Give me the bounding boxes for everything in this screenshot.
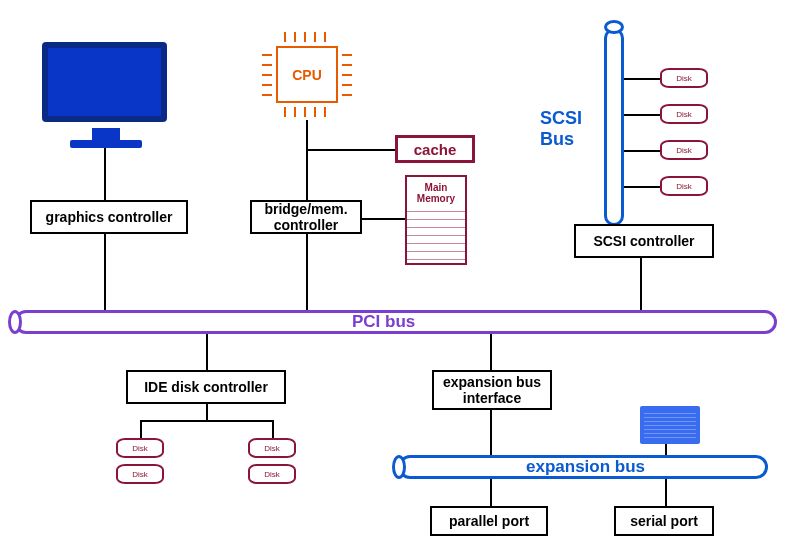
expansion-bus-interface-box: expansion bus interface [432,370,552,410]
bridge-mem-controller-box: bridge/mem. controller [250,200,362,234]
connector [665,479,667,507]
disk-icon: Disk [660,104,708,124]
connector [306,149,396,151]
connector [104,148,106,200]
disk-icon: Disk [660,176,708,196]
graphics-controller-box: graphics controller [30,200,188,234]
scsi-bus-icon [604,28,624,226]
connector [104,234,106,312]
connector [272,420,274,438]
connector [206,404,208,420]
parallel-port-box: parallel port [430,506,548,536]
connector [490,410,492,456]
connector [640,258,642,312]
connector [306,234,308,312]
connector [624,114,664,116]
monitor-icon [92,128,120,140]
scsi-bus-icon [604,20,624,34]
disk-icon: Disk [116,464,164,484]
scsi-bus-label: SCSI Bus [540,108,600,150]
expansion-bus-label: expansion bus [526,457,645,477]
connector [624,78,664,80]
cpu-label: CPU [276,46,338,103]
disk-icon: Disk [660,68,708,88]
disk-icon: Disk [248,464,296,484]
connector [624,150,664,152]
scsi-controller-box: SCSI controller [574,224,714,258]
expansion-bus-icon [392,455,406,479]
connector [140,420,274,422]
connector [140,420,142,438]
serial-port-box: serial port [614,506,714,536]
architecture-diagram: CPU cache Main Memory SCSI Bus [0,0,791,556]
ide-disk-controller-box: IDE disk controller [126,370,286,404]
connector [206,334,208,370]
pci-bus-label: PCI bus [352,312,415,332]
disk-icon: Disk [660,140,708,160]
main-memory-label: Main Memory [407,183,465,204]
disk-icon: Disk [248,438,296,458]
connector [490,479,492,507]
cache-box: cache [395,135,475,163]
connector [306,120,308,200]
connector [624,186,664,188]
monitor-icon [70,140,142,148]
cpu-chip-icon: CPU [262,32,352,117]
connector [490,334,492,370]
main-memory-box: Main Memory [405,175,467,265]
disk-icon: Disk [116,438,164,458]
connector [360,218,406,220]
keyboard-icon [640,406,700,444]
monitor-icon [42,42,167,122]
pci-bus-icon [8,310,22,334]
